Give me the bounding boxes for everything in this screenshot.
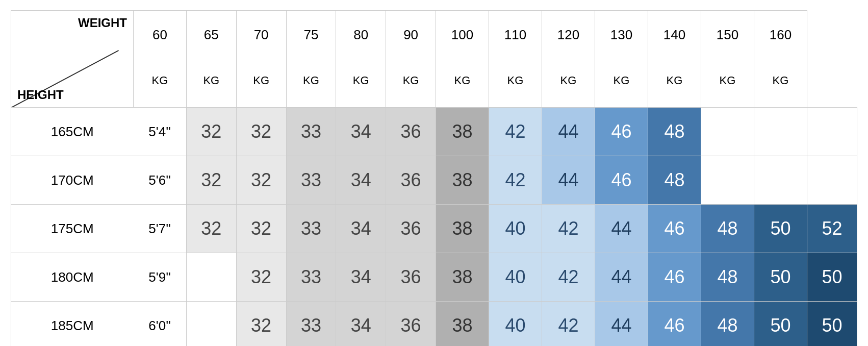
row-header-cm-3: 180CM xyxy=(11,253,134,302)
table-cell: 46 xyxy=(595,108,648,156)
col-header-160-bottom: KG xyxy=(754,59,807,108)
table-cell: 32 xyxy=(236,108,286,156)
table-cell: 38 xyxy=(436,156,489,205)
table-row: 180CM5'9''323334363840424446485050 xyxy=(11,253,857,302)
table-cell: 44 xyxy=(542,108,595,156)
table-cell: 46 xyxy=(648,302,701,347)
col-header-65-bottom: KG xyxy=(186,59,236,108)
table-cell: 50 xyxy=(754,253,807,302)
col-header-60-bottom: KG xyxy=(134,59,187,108)
height-label: HEIGHT xyxy=(17,88,64,102)
table-cell xyxy=(807,156,857,205)
table-cell: 34 xyxy=(336,156,386,205)
size-chart-table: WEIGHT HEIGHT 60 65 70 75 80 90 100 110 … xyxy=(11,10,857,346)
table-cell: 44 xyxy=(595,205,648,253)
table-cell: 44 xyxy=(542,156,595,205)
col-header-120-top: 120 xyxy=(542,11,595,59)
table-cell xyxy=(186,253,236,302)
col-header-140-top: 140 xyxy=(648,11,701,59)
col-header-100-bottom: KG xyxy=(436,59,489,108)
table-cell: 50 xyxy=(807,253,857,302)
table-cell: 32 xyxy=(236,205,286,253)
row-header-ft-0: 5'4'' xyxy=(134,108,187,156)
col-header-90-bottom: KG xyxy=(386,59,436,108)
table-cell: 46 xyxy=(595,156,648,205)
table-cell: 32 xyxy=(186,205,236,253)
table-cell: 32 xyxy=(236,253,286,302)
table-cell: 38 xyxy=(436,253,489,302)
row-header-cm-1: 170CM xyxy=(11,156,134,205)
row-header-ft-1: 5'6'' xyxy=(134,156,187,205)
table-cell: 50 xyxy=(754,205,807,253)
col-header-70-top: 70 xyxy=(236,11,286,59)
table-cell: 46 xyxy=(648,253,701,302)
table-cell: 36 xyxy=(386,108,436,156)
table-cell: 48 xyxy=(648,108,701,156)
table-cell: 48 xyxy=(701,302,754,347)
table-cell: 33 xyxy=(286,108,336,156)
row-header-cm-0: 165CM xyxy=(11,108,134,156)
table-cell: 33 xyxy=(286,156,336,205)
table-cell: 32 xyxy=(186,108,236,156)
table-cell: 40 xyxy=(489,302,542,347)
table-cell: 34 xyxy=(336,302,386,347)
col-header-90-top: 90 xyxy=(386,11,436,59)
bmi-table-wrapper: WEIGHT HEIGHT 60 65 70 75 80 90 100 110 … xyxy=(11,10,857,346)
table-cell: 38 xyxy=(436,108,489,156)
col-header-75-bottom: KG xyxy=(286,59,336,108)
col-header-80-top: 80 xyxy=(336,11,386,59)
table-row: 165CM5'4''32323334363842444648 xyxy=(11,108,857,156)
table-cell: 32 xyxy=(186,156,236,205)
col-header-70-bottom: KG xyxy=(236,59,286,108)
table-cell: 42 xyxy=(542,302,595,347)
col-header-60-top: 60 xyxy=(134,11,187,59)
table-cell: 48 xyxy=(648,156,701,205)
table-cell: 48 xyxy=(701,253,754,302)
table-cell: 50 xyxy=(754,302,807,347)
col-header-120-bottom: KG xyxy=(542,59,595,108)
table-cell: 33 xyxy=(286,205,336,253)
table-cell xyxy=(754,108,807,156)
table-cell: 42 xyxy=(489,156,542,205)
table-cell: 36 xyxy=(386,205,436,253)
col-header-130-bottom: KG xyxy=(595,59,648,108)
table-cell: 34 xyxy=(336,253,386,302)
table-cell: 44 xyxy=(595,302,648,347)
table-cell: 42 xyxy=(542,253,595,302)
corner-cell: WEIGHT HEIGHT xyxy=(11,11,134,108)
table-cell: 36 xyxy=(386,253,436,302)
col-header-150-bottom: KG xyxy=(701,59,754,108)
table-row: 175CM5'7''32323334363840424446485052 xyxy=(11,205,857,253)
row-header-ft-4: 6'0'' xyxy=(134,302,187,347)
col-header-160-top: 160 xyxy=(754,11,807,59)
table-cell: 36 xyxy=(386,156,436,205)
table-cell: 33 xyxy=(286,253,336,302)
table-cell xyxy=(701,156,754,205)
col-header-80-bottom: KG xyxy=(336,59,386,108)
table-cell: 52 xyxy=(807,205,857,253)
table-cell: 44 xyxy=(595,253,648,302)
row-header-ft-2: 5'7'' xyxy=(134,205,187,253)
col-header-75-top: 75 xyxy=(286,11,336,59)
table-cell: 33 xyxy=(286,302,336,347)
table-cell: 34 xyxy=(336,205,386,253)
table-cell: 42 xyxy=(542,205,595,253)
table-cell: 50 xyxy=(807,302,857,347)
table-cell xyxy=(754,156,807,205)
table-cell: 42 xyxy=(489,108,542,156)
col-header-130-top: 130 xyxy=(595,11,648,59)
row-header-ft-3: 5'9'' xyxy=(134,253,187,302)
table-cell: 40 xyxy=(489,205,542,253)
row-header-cm-2: 175CM xyxy=(11,205,134,253)
row-header-cm-4: 185CM xyxy=(11,302,134,347)
table-cell: 32 xyxy=(236,156,286,205)
table-cell: 48 xyxy=(701,205,754,253)
table-cell: 34 xyxy=(336,108,386,156)
table-cell xyxy=(807,108,857,156)
table-row: 170CM5'6''32323334363842444648 xyxy=(11,156,857,205)
table-cell: 38 xyxy=(436,302,489,347)
weight-label: WEIGHT xyxy=(78,16,127,30)
table-cell xyxy=(701,108,754,156)
col-header-150-top: 150 xyxy=(701,11,754,59)
table-row: 185CM6'0''323334363840424446485050 xyxy=(11,302,857,347)
